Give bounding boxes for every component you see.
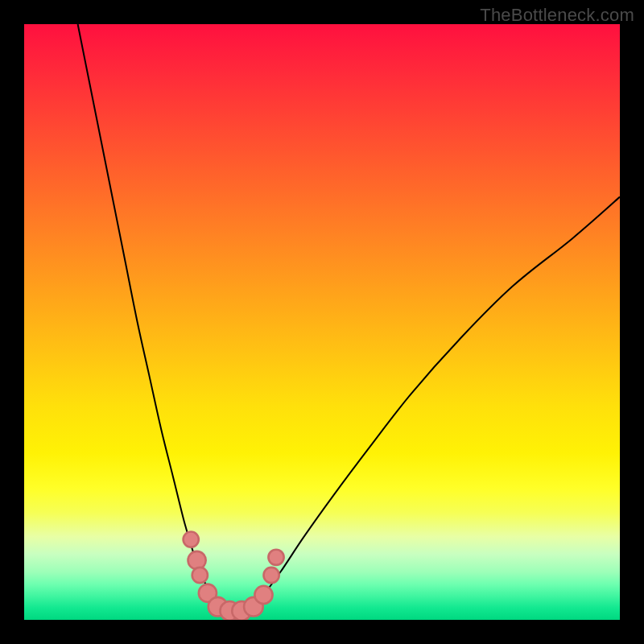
chart-svg — [24, 24, 620, 620]
marker-dot — [192, 568, 208, 583]
plot-area — [24, 24, 620, 620]
curve-markers — [184, 531, 284, 620]
watermark-text: TheBottleneck.com — [480, 5, 634, 26]
marker-dot — [254, 586, 272, 604]
marker-dot — [263, 568, 279, 583]
marker-dot — [184, 531, 199, 547]
marker-dot — [268, 550, 283, 565]
bottleneck-curve — [78, 24, 620, 613]
marker-dot — [188, 551, 206, 569]
frame: TheBottleneck.com — [0, 0, 644, 644]
